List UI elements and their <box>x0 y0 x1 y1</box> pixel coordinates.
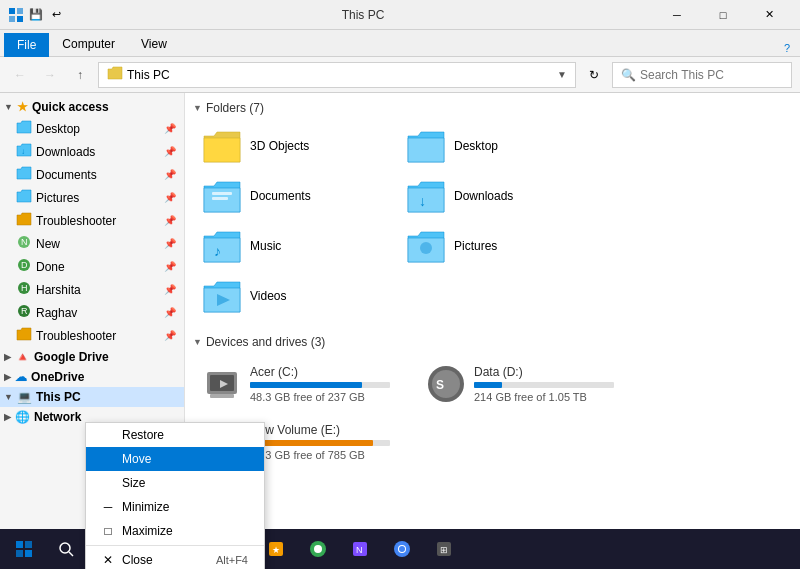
pin-icon-5: 📌 <box>164 215 176 226</box>
svg-point-17 <box>420 242 432 254</box>
folder-music-label: Music <box>250 239 281 253</box>
folder-pictures-icon <box>406 228 446 264</box>
svg-rect-27 <box>16 541 23 548</box>
sidebar-item-pictures[interactable]: Pictures 📌 <box>0 186 184 209</box>
context-menu-maximize[interactable]: □ Maximize <box>86 519 264 543</box>
tab-file[interactable]: File <box>4 33 49 57</box>
sidebar-item-done[interactable]: D Done 📌 <box>0 255 184 278</box>
folder-3d-label: 3D Objects <box>250 139 309 153</box>
pin-icon-2: 📌 <box>164 146 176 157</box>
documents-label: Documents <box>36 168 160 182</box>
address-path[interactable]: This PC ▼ <box>98 62 576 88</box>
context-menu-restore[interactable]: Restore <box>86 423 264 447</box>
svg-text:⊞: ⊞ <box>440 545 448 555</box>
title-bar-app-icons: 💾 ↩ <box>8 7 64 23</box>
pin-icon-4: 📌 <box>164 192 176 203</box>
tab-view[interactable]: View <box>128 32 180 56</box>
folder-documents-icon <box>202 178 242 214</box>
minimize-button[interactable]: ─ <box>654 0 700 30</box>
taskbar-start[interactable] <box>4 529 44 569</box>
folder-videos[interactable]: Videos <box>193 273 393 319</box>
folder-desktop[interactable]: Desktop <box>397 123 597 169</box>
svg-text:N: N <box>21 237 28 247</box>
network-icon: 🌐 <box>15 410 30 424</box>
folder-videos-label: Videos <box>250 289 286 303</box>
svg-text:N: N <box>356 545 363 555</box>
harshita-folder-icon: H <box>16 281 32 298</box>
sidebar-item-troubleshooter2[interactable]: Troubleshooter 📌 <box>0 324 184 347</box>
this-pc-chevron: ▼ <box>4 392 13 402</box>
sidebar-item-raghav[interactable]: R Raghav 📌 <box>0 301 184 324</box>
sidebar-item-new[interactable]: N New 📌 <box>0 232 184 255</box>
sidebar-item-harshita[interactable]: H Harshita 📌 <box>0 278 184 301</box>
desktop-label: Desktop <box>36 122 160 136</box>
svg-point-42 <box>314 545 322 553</box>
close-shortcut: Alt+F4 <box>216 554 248 566</box>
sidebar-item-downloads[interactable]: ↓ Downloads 📌 <box>0 140 184 163</box>
drive-acer-free: 48.3 GB free of 237 GB <box>250 391 404 403</box>
context-menu-minimize[interactable]: ─ Minimize <box>86 495 264 519</box>
taskbar-onenote[interactable]: N <box>340 529 380 569</box>
drive-batman-fill <box>250 440 373 446</box>
pin-icon-6: 📌 <box>164 238 176 249</box>
path-dropdown-icon[interactable]: ▼ <box>557 69 567 80</box>
svg-rect-28 <box>25 541 32 548</box>
context-menu-close[interactable]: ✕ Close Alt+F4 <box>86 548 264 569</box>
folder-downloads[interactable]: ↓ Downloads <box>397 173 597 219</box>
refresh-button[interactable]: ↻ <box>582 63 606 87</box>
svg-text:S: S <box>436 378 444 392</box>
context-menu: Restore Move Size ─ Minimize □ Maximize … <box>85 422 265 569</box>
pin-icon-8: 📌 <box>164 284 176 295</box>
forward-button[interactable]: → <box>38 63 62 87</box>
maximize-button[interactable]: □ <box>700 0 746 30</box>
context-menu-size[interactable]: Size <box>86 471 264 495</box>
onedrive-section[interactable]: ▶ ☁ OneDrive <box>0 367 184 387</box>
google-drive-chevron: ▶ <box>4 352 11 362</box>
app-icon <box>8 7 24 23</box>
taskbar-other[interactable]: ⊞ <box>424 529 464 569</box>
svg-text:R: R <box>21 306 28 316</box>
pin-icon: 📌 <box>164 123 176 134</box>
quick-access-section[interactable]: ▼ ★ Quick access <box>0 97 184 117</box>
taskbar-maps[interactable] <box>298 529 338 569</box>
search-box[interactable]: 🔍 <box>612 62 792 88</box>
folder-downloads-label: Downloads <box>454 189 513 203</box>
tab-computer[interactable]: Computer <box>49 32 128 56</box>
troubleshooter1-folder-icon <box>16 212 32 229</box>
drive-data-d[interactable]: S Data (D:) 214 GB free of 1.05 TB <box>417 357 637 411</box>
taskbar-chrome[interactable] <box>382 529 422 569</box>
close-button[interactable]: ✕ <box>746 0 792 30</box>
folder-documents[interactable]: Documents <box>193 173 393 219</box>
troubleshooter2-label: Troubleshooter <box>36 329 160 343</box>
svg-rect-0 <box>9 8 15 14</box>
folder-3d-objects[interactable]: 3D Objects <box>193 123 393 169</box>
svg-rect-1 <box>17 8 23 14</box>
drive-acer-c[interactable]: Acer (C:) 48.3 GB free of 237 GB <box>193 357 413 411</box>
drive-acer-bar <box>250 382 390 388</box>
folder-music[interactable]: ♪ Music <box>193 223 393 269</box>
sidebar-item-troubleshooter1[interactable]: Troubleshooter 📌 <box>0 209 184 232</box>
context-menu-move[interactable]: Move <box>86 447 264 471</box>
this-pc-section[interactable]: ▼ 💻 This PC <box>0 387 184 407</box>
svg-line-32 <box>69 552 73 556</box>
drives-section-header[interactable]: ▼ Devices and drives (3) <box>193 335 792 349</box>
content-area: ▼ Folders (7) 3D Objects <box>185 93 800 540</box>
help-button[interactable]: ? <box>778 40 796 56</box>
size-label: Size <box>122 476 145 490</box>
up-button[interactable]: ↑ <box>68 63 92 87</box>
google-drive-section[interactable]: ▶ 🔺 Google Drive <box>0 347 184 367</box>
folders-chevron: ▼ <box>193 103 202 113</box>
quick-access-label: Quick access <box>32 100 109 114</box>
folders-section-header[interactable]: ▼ Folders (7) <box>193 101 792 115</box>
search-input[interactable] <box>640 68 790 82</box>
folder-pictures[interactable]: Pictures <box>397 223 597 269</box>
quick-access-star-icon: ★ <box>17 100 28 114</box>
path-text: This PC <box>127 68 170 82</box>
taskbar-search[interactable] <box>46 529 86 569</box>
sidebar-item-documents[interactable]: Documents 📌 <box>0 163 184 186</box>
sidebar-item-desktop[interactable]: Desktop 📌 <box>0 117 184 140</box>
troubleshooter2-folder-icon <box>16 327 32 344</box>
minimize-icon: ─ <box>102 500 114 514</box>
back-button[interactable]: ← <box>8 63 32 87</box>
pin-icon-7: 📌 <box>164 261 176 272</box>
